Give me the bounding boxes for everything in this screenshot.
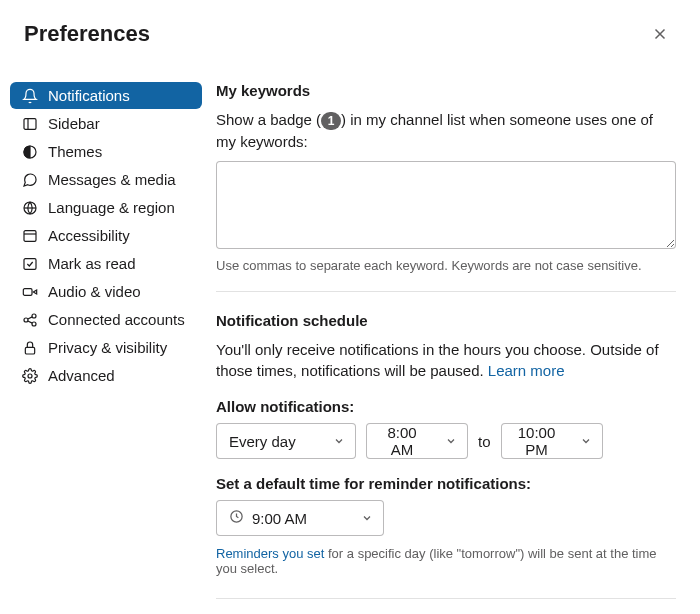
keywords-input[interactable] bbox=[216, 161, 676, 249]
sidebar-item-label: Accessibility bbox=[48, 227, 130, 244]
reminders-you-set-link[interactable]: Reminders you set bbox=[216, 546, 324, 561]
sidebar-item-messages-media[interactable]: Messages & media bbox=[10, 166, 202, 193]
start-time-select[interactable]: 8:00 AM bbox=[366, 423, 468, 459]
main-content: My keywords Show a badge (1) in my chann… bbox=[202, 82, 690, 614]
schedule-desc: You'll only receive notifications in the… bbox=[216, 339, 676, 383]
sidebar: Notifications Sidebar Themes Messages & … bbox=[10, 82, 202, 614]
svg-rect-8 bbox=[23, 288, 32, 295]
themes-icon bbox=[22, 144, 38, 160]
sidebar-item-label: Mark as read bbox=[48, 255, 136, 272]
sidebar-item-audio-video[interactable]: Audio & video bbox=[10, 278, 202, 305]
keywords-desc: Show a badge (1) in my channel list when… bbox=[216, 109, 676, 153]
svg-line-13 bbox=[28, 321, 33, 323]
keywords-section: My keywords Show a badge (1) in my chann… bbox=[216, 82, 676, 273]
sidebar-item-label: Language & region bbox=[48, 199, 175, 216]
sidebar-item-label: Themes bbox=[48, 143, 102, 160]
check-square-icon bbox=[22, 256, 38, 272]
sidebar-item-mark-as-read[interactable]: Mark as read bbox=[10, 250, 202, 277]
reminder-label: Set a default time for reminder notifica… bbox=[216, 475, 676, 492]
divider bbox=[216, 598, 676, 599]
link-icon bbox=[22, 312, 38, 328]
gear-icon bbox=[22, 368, 38, 384]
sidebar-icon bbox=[22, 116, 38, 132]
allow-notifications-row: Every day 8:00 AM to 10:00 PM bbox=[216, 423, 676, 459]
video-icon bbox=[22, 284, 38, 300]
sidebar-item-connected-accounts[interactable]: Connected accounts bbox=[10, 306, 202, 333]
keywords-title: My keywords bbox=[216, 82, 676, 99]
svg-point-10 bbox=[32, 314, 36, 318]
globe-icon bbox=[22, 200, 38, 216]
header: Preferences bbox=[0, 0, 700, 64]
svg-rect-0 bbox=[24, 118, 36, 129]
badge-count: 1 bbox=[321, 112, 341, 130]
reminder-hint: Reminders you set for a specific day (li… bbox=[216, 546, 676, 576]
sidebar-item-label: Sidebar bbox=[48, 115, 100, 132]
message-icon bbox=[22, 172, 38, 188]
sidebar-item-language-region[interactable]: Language & region bbox=[10, 194, 202, 221]
reminder-row: 9:00 AM bbox=[216, 500, 676, 536]
svg-rect-14 bbox=[25, 347, 34, 354]
sidebar-item-notifications[interactable]: Notifications bbox=[10, 82, 202, 109]
svg-point-15 bbox=[28, 374, 32, 378]
chevron-down-icon bbox=[333, 433, 345, 450]
day-select[interactable]: Every day bbox=[216, 423, 356, 459]
sidebar-item-label: Audio & video bbox=[48, 283, 141, 300]
chevron-down-icon bbox=[580, 433, 592, 450]
sidebar-item-label: Privacy & visibility bbox=[48, 339, 167, 356]
keywords-hint: Use commas to separate each keyword. Key… bbox=[216, 258, 676, 273]
close-button[interactable] bbox=[644, 18, 676, 50]
sidebar-item-privacy-visibility[interactable]: Privacy & visibility bbox=[10, 334, 202, 361]
accessibility-icon bbox=[22, 228, 38, 244]
svg-point-11 bbox=[32, 322, 36, 326]
clock-icon bbox=[229, 509, 244, 527]
svg-point-9 bbox=[24, 318, 28, 322]
sidebar-item-advanced[interactable]: Advanced bbox=[10, 362, 202, 389]
reminder-time-value: 9:00 AM bbox=[252, 510, 307, 527]
chevron-down-icon bbox=[361, 510, 373, 527]
svg-rect-5 bbox=[24, 230, 36, 241]
end-time-value: 10:00 PM bbox=[514, 424, 560, 458]
allow-notifications-label: Allow notifications: bbox=[216, 398, 676, 415]
schedule-section: Notification schedule You'll only receiv… bbox=[216, 312, 676, 577]
sidebar-item-themes[interactable]: Themes bbox=[10, 138, 202, 165]
sidebar-item-label: Messages & media bbox=[48, 171, 176, 188]
day-select-value: Every day bbox=[229, 433, 296, 450]
lock-icon bbox=[22, 340, 38, 356]
bell-icon bbox=[22, 88, 38, 104]
sidebar-item-sidebar[interactable]: Sidebar bbox=[10, 110, 202, 137]
sidebar-item-accessibility[interactable]: Accessibility bbox=[10, 222, 202, 249]
end-time-select[interactable]: 10:00 PM bbox=[501, 423, 603, 459]
sidebar-item-label: Notifications bbox=[48, 87, 130, 104]
schedule-title: Notification schedule bbox=[216, 312, 676, 329]
to-text: to bbox=[478, 433, 491, 450]
reminder-time-select[interactable]: 9:00 AM bbox=[216, 500, 384, 536]
sidebar-item-label: Connected accounts bbox=[48, 311, 185, 328]
svg-rect-7 bbox=[24, 258, 36, 269]
start-time-value: 8:00 AM bbox=[379, 424, 425, 458]
svg-line-12 bbox=[28, 316, 33, 318]
close-icon bbox=[651, 25, 669, 43]
chevron-down-icon bbox=[445, 433, 457, 450]
sidebar-item-label: Advanced bbox=[48, 367, 115, 384]
layout: Notifications Sidebar Themes Messages & … bbox=[0, 64, 700, 614]
divider bbox=[216, 291, 676, 292]
learn-more-link[interactable]: Learn more bbox=[488, 362, 565, 379]
page-title: Preferences bbox=[24, 21, 150, 47]
